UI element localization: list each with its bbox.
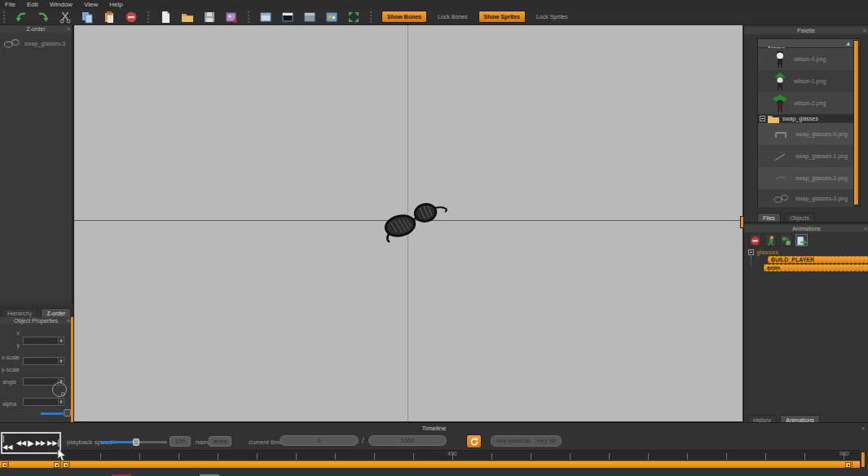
alpha-slider-handle[interactable] [64,409,71,416]
x-scale-input[interactable] [24,378,56,385]
toolbar-grip[interactable] [147,11,150,23]
y-field[interactable] [23,357,64,365]
angle-dial[interactable] [52,382,67,397]
spinner-icon[interactable] [58,337,64,344]
jump-to-end-button[interactable]: ▶▶| [47,439,59,447]
paste-icon[interactable] [103,11,116,24]
palette-scrollbar[interactable] [853,40,859,205]
timeline-track[interactable] [0,461,860,468]
palette-row[interactable]: swap_glasses-1.png [758,145,853,167]
spinner-icon[interactable] [58,358,64,364]
show-bones-button[interactable]: Show Bones [381,11,427,23]
delete-icon[interactable] [125,11,138,24]
duplicate-animation-icon[interactable] [780,234,792,246]
playback-speed-slider[interactable] [100,441,167,443]
y-scale-field[interactable] [23,398,64,406]
palette-header: Palette × [744,27,868,34]
animation-node-build-player[interactable]: BUILD_PLAYER [768,256,868,263]
x-field[interactable] [23,337,64,345]
timeline-vscroll-thumb[interactable] [861,452,866,468]
playback-speed-input[interactable] [170,436,191,447]
import-image-icon[interactable] [225,11,238,24]
toolbar-grip[interactable] [2,11,6,23]
playback-speed-handle[interactable] [133,439,139,446]
x-input[interactable] [24,337,56,344]
delete-animation-icon[interactable] [749,234,761,246]
palette-row[interactable]: swap_glasses-2.png [758,167,853,189]
keyframe-marker[interactable] [63,462,68,468]
y-input[interactable] [24,358,56,364]
play-button[interactable]: ▶ [28,439,34,447]
animation-node-anim[interactable]: anim [764,264,868,271]
window-dark-icon[interactable] [281,11,294,24]
animations-header: Animations × [744,225,868,232]
palette-row[interactable]: wilson-0.png [758,48,853,70]
canvas-viewport[interactable] [73,25,742,421]
animation-project-node[interactable]: glasses [756,249,778,256]
animations-toolbar [749,234,808,246]
menu-view[interactable]: View [84,1,98,8]
undo-icon[interactable] [15,11,28,24]
copy-icon[interactable] [81,11,94,24]
x-scale-label: x-scale [0,355,20,360]
current-time-input[interactable] [280,435,359,446]
total-time-input[interactable] [368,435,447,446]
keyframe-marker[interactable] [845,462,851,468]
spinner-icon[interactable] [58,399,64,405]
save-icon[interactable] [203,11,216,24]
animation-name-input[interactable] [209,436,231,447]
tree-collapse-icon[interactable] [748,249,754,255]
toolbar-grip[interactable] [247,11,250,23]
show-sprites-button[interactable]: Show Sprites [478,11,526,23]
right-column: Palette × Name ▲ wilson-0.png wilson-1.p… [743,25,868,422]
y-scale-input[interactable] [24,399,56,405]
close-icon[interactable]: × [67,317,70,324]
transport-controls: |◀◀ ◀◀ ▶ ▶▶ ▶▶| [1,432,61,454]
key-all-button[interactable]: key all [531,435,562,447]
close-icon[interactable]: × [67,25,70,33]
jump-to-start-button[interactable]: |◀◀ [2,435,15,452]
keyframe-marker[interactable] [2,462,7,468]
zorder-item-label: swap_glasses-3 [24,41,65,46]
sort-asc-icon[interactable]: ▲ [846,40,850,46]
keyframe-separator [69,461,70,469]
menu-help[interactable]: Help [109,1,122,8]
palette-row[interactable]: wilson-1.png [758,70,853,92]
menu-edit[interactable]: Edit [27,1,38,8]
palette-row[interactable]: swap_glasses-0.png [758,123,853,145]
lock-sprites-button[interactable]: Lock Sprites [535,11,570,22]
step-back-button[interactable]: ◀◀ [16,439,26,447]
toolbar-grip[interactable] [369,11,372,23]
close-icon[interactable]: × [864,225,867,232]
window-color-icon[interactable] [325,11,338,24]
new-file-icon[interactable] [159,11,172,24]
step-forward-button[interactable]: ▶▶ [36,439,46,447]
close-icon[interactable]: × [861,425,865,432]
zorder-item[interactable]: swap_glasses-3 [3,38,65,48]
menu-window[interactable]: Window [50,1,73,8]
palette-row-label: wilson-1.png [794,78,826,84]
redo-icon[interactable] [37,11,50,24]
glasses-sprite[interactable] [378,198,450,247]
menu-file[interactable]: File [5,1,15,8]
cut-icon[interactable] [59,11,72,24]
palette-row[interactable]: swap_glasses-3.png [758,189,853,207]
palette-folder-row[interactable]: swap_glasses [758,114,853,123]
collapse-icon[interactable] [760,116,765,121]
open-folder-icon[interactable] [181,11,194,24]
angle-dial-knob[interactable] [61,392,65,396]
close-icon[interactable]: × [863,27,866,34]
keyframe-marker[interactable] [54,462,59,468]
palette-row[interactable]: wilson-2.png [758,92,853,114]
loop-toggle-button[interactable] [466,434,482,448]
glasses-icon [3,38,20,48]
timeline-ruler[interactable]: 490 980 [0,450,860,461]
expand-view-icon[interactable] [347,11,360,24]
lock-bones-button[interactable]: Lock Bones [436,11,469,22]
alpha-slider[interactable] [41,412,63,415]
new-animation-icon[interactable] [764,234,777,246]
export-animation-icon[interactable] [795,234,808,246]
window-gray-icon[interactable] [303,11,316,24]
window-light-icon[interactable] [259,11,272,24]
name-column-header[interactable]: Name ▲ [758,39,860,48]
